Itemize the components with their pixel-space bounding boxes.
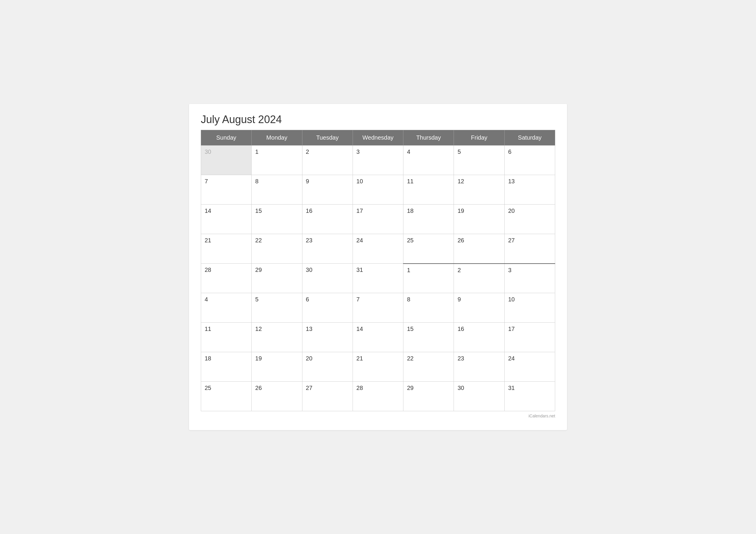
day-cell[interactable]: 25 xyxy=(403,234,454,264)
day-cell[interactable]: 28 xyxy=(201,264,252,293)
week-row-2: 14151617181920 xyxy=(201,204,555,234)
week-row-7: 18192021222324 xyxy=(201,352,555,382)
day-cell[interactable]: 25 xyxy=(201,382,252,411)
day-cell[interactable]: 17 xyxy=(504,323,555,352)
day-cell[interactable]: 18 xyxy=(201,352,252,382)
header-row: SundayMondayTuesdayWednesdayThursdayFrid… xyxy=(201,130,555,146)
header-cell-friday: Friday xyxy=(454,130,504,146)
day-cell[interactable]: 2 xyxy=(454,264,504,293)
day-cell[interactable]: 8 xyxy=(403,293,454,323)
day-cell[interactable]: 23 xyxy=(302,234,353,264)
day-cell[interactable]: 19 xyxy=(454,204,504,234)
day-cell[interactable]: 20 xyxy=(302,352,353,382)
day-cell[interactable]: 30 xyxy=(201,146,252,175)
day-cell[interactable]: 3 xyxy=(504,264,555,293)
day-cell[interactable]: 27 xyxy=(302,382,353,411)
day-cell[interactable]: 24 xyxy=(353,234,403,264)
week-row-3: 21222324252627 xyxy=(201,234,555,264)
day-cell[interactable]: 31 xyxy=(504,382,555,411)
day-cell[interactable]: 22 xyxy=(252,234,302,264)
day-cell[interactable]: 10 xyxy=(504,293,555,323)
day-cell[interactable]: 2 xyxy=(302,146,353,175)
header-cell-wednesday: Wednesday xyxy=(353,130,403,146)
day-cell[interactable]: 20 xyxy=(504,204,555,234)
day-cell[interactable]: 7 xyxy=(353,293,403,323)
day-cell[interactable]: 14 xyxy=(353,323,403,352)
day-cell[interactable]: 11 xyxy=(403,175,454,204)
day-cell[interactable]: 9 xyxy=(302,175,353,204)
header-cell-thursday: Thursday xyxy=(403,130,454,146)
day-cell[interactable]: 30 xyxy=(454,382,504,411)
day-cell[interactable]: 6 xyxy=(302,293,353,323)
day-cell[interactable]: 23 xyxy=(454,352,504,382)
day-cell[interactable]: 14 xyxy=(201,204,252,234)
header-cell-saturday: Saturday xyxy=(504,130,555,146)
day-cell[interactable]: 26 xyxy=(252,382,302,411)
week-row-8: 25262728293031 xyxy=(201,382,555,411)
day-cell[interactable]: 17 xyxy=(353,204,403,234)
day-cell[interactable]: 21 xyxy=(353,352,403,382)
day-cell[interactable]: 8 xyxy=(252,175,302,204)
calendar-container: July August 2024 SundayMondayTuesdayWedn… xyxy=(189,104,567,430)
header-cell-monday: Monday xyxy=(252,130,302,146)
day-cell[interactable]: 4 xyxy=(201,293,252,323)
day-cell[interactable]: 18 xyxy=(403,204,454,234)
calendar-title: July August 2024 xyxy=(201,113,555,126)
week-row-0: 30123456 xyxy=(201,146,555,175)
day-cell[interactable]: 6 xyxy=(504,146,555,175)
day-cell[interactable]: 13 xyxy=(504,175,555,204)
day-cell[interactable]: 22 xyxy=(403,352,454,382)
day-cell[interactable]: 16 xyxy=(302,204,353,234)
header-cell-sunday: Sunday xyxy=(201,130,252,146)
day-cell[interactable]: 7 xyxy=(201,175,252,204)
watermark: iCalendars.net xyxy=(201,414,555,418)
day-cell[interactable]: 4 xyxy=(403,146,454,175)
day-cell[interactable]: 19 xyxy=(252,352,302,382)
day-cell[interactable]: 15 xyxy=(252,204,302,234)
day-cell[interactable]: 30 xyxy=(302,264,353,293)
day-cell[interactable]: 29 xyxy=(403,382,454,411)
day-cell[interactable]: 21 xyxy=(201,234,252,264)
week-row-1: 78910111213 xyxy=(201,175,555,204)
day-cell[interactable]: 5 xyxy=(454,146,504,175)
header-cell-tuesday: Tuesday xyxy=(302,130,353,146)
day-cell[interactable]: 27 xyxy=(504,234,555,264)
day-cell[interactable]: 12 xyxy=(454,175,504,204)
day-cell[interactable]: 1 xyxy=(252,146,302,175)
day-cell[interactable]: 31 xyxy=(353,264,403,293)
day-cell[interactable]: 15 xyxy=(403,323,454,352)
day-cell[interactable]: 12 xyxy=(252,323,302,352)
day-cell[interactable]: 26 xyxy=(454,234,504,264)
day-cell[interactable]: 1 xyxy=(403,264,454,293)
week-row-5: 45678910 xyxy=(201,293,555,323)
day-cell[interactable]: 11 xyxy=(201,323,252,352)
day-cell[interactable]: 29 xyxy=(252,264,302,293)
day-cell[interactable]: 28 xyxy=(353,382,403,411)
day-cell[interactable]: 16 xyxy=(454,323,504,352)
calendar-table: SundayMondayTuesdayWednesdayThursdayFrid… xyxy=(201,130,555,411)
week-row-6: 11121314151617 xyxy=(201,323,555,352)
week-row-4: 28293031123 xyxy=(201,264,555,293)
day-cell[interactable]: 3 xyxy=(353,146,403,175)
day-cell[interactable]: 5 xyxy=(252,293,302,323)
day-cell[interactable]: 24 xyxy=(504,352,555,382)
day-cell[interactable]: 10 xyxy=(353,175,403,204)
day-cell[interactable]: 13 xyxy=(302,323,353,352)
calendar-body: 3012345678910111213141516171819202122232… xyxy=(201,146,555,411)
day-cell[interactable]: 9 xyxy=(454,293,504,323)
calendar-header: SundayMondayTuesdayWednesdayThursdayFrid… xyxy=(201,130,555,146)
